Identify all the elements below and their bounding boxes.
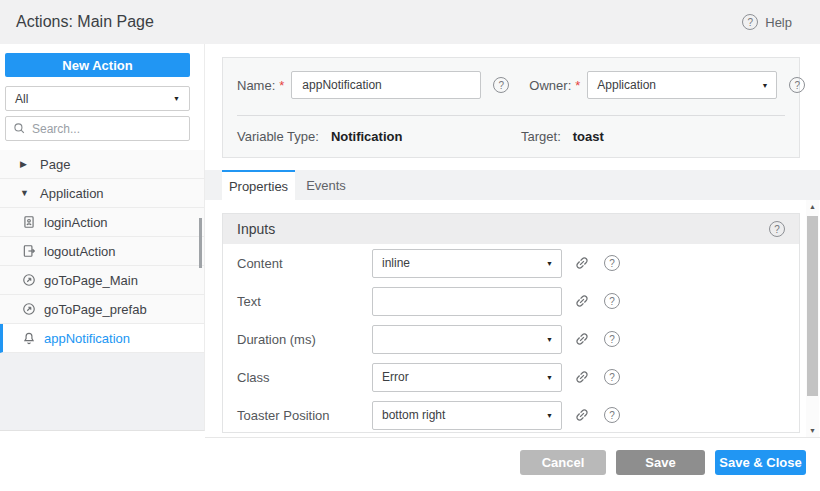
bind-link-icon[interactable] (574, 369, 590, 385)
chevron-down-icon: ▼ (546, 260, 553, 267)
notification-bell-icon (22, 331, 36, 345)
duration-dropdown[interactable]: ▼ (372, 325, 562, 354)
tree-item-goToPage_Main[interactable]: goToPage_Main (0, 266, 204, 295)
property-label: Duration (ms) (237, 332, 372, 347)
new-action-button[interactable]: New Action (5, 53, 190, 77)
required-asterisk: * (279, 78, 284, 93)
new-action-label: New Action (62, 58, 132, 73)
toaster-position-value: bottom right (382, 408, 445, 422)
sidebar-empty-area (0, 353, 204, 430)
save-and-close-button[interactable]: Save & Close (715, 450, 806, 475)
login-icon (22, 215, 36, 229)
tree-item-goToPage_prefab[interactable]: goToPage_prefab (0, 295, 204, 324)
target-label: Target: (521, 129, 561, 144)
variable-type-value: Notification (331, 129, 403, 144)
property-label: Content (237, 256, 372, 271)
class-value: Error (382, 370, 409, 384)
chevron-down-icon: ▼ (761, 82, 768, 89)
tree-group-page[interactable]: ▶ Page (0, 150, 204, 179)
logout-icon (22, 244, 36, 258)
tab-bar: Properties Events (205, 170, 820, 200)
action-details-panel: Name: * ? Owner: * Application ▼ ? Varia… (222, 57, 800, 158)
scroll-down-icon[interactable]: ▼ (806, 427, 819, 434)
help-link[interactable]: ? Help (742, 0, 792, 44)
target-value: toast (573, 129, 604, 144)
chevron-down-icon: ▼ (173, 95, 180, 102)
search-input[interactable] (32, 122, 182, 136)
property-row-class: Class Error ▼ ? (223, 358, 799, 396)
scroll-up-icon[interactable]: ▲ (806, 203, 819, 210)
tab-properties[interactable]: Properties (222, 170, 295, 200)
content-dropdown[interactable]: inline ▼ (372, 249, 562, 278)
filter-value: All (15, 92, 28, 106)
tree-group-label: Application (40, 186, 104, 201)
bind-link-icon[interactable] (574, 293, 590, 309)
text-input[interactable] (372, 287, 562, 316)
chevron-down-icon: ▼ (546, 336, 553, 343)
content-value: inline (382, 256, 410, 270)
tree-group-label: Page (40, 157, 70, 172)
tree-item-label: goToPage_Main (44, 273, 138, 288)
property-label: Toaster Position (237, 408, 372, 423)
help-label: Help (765, 15, 792, 30)
field-help-icon[interactable]: ? (604, 369, 620, 385)
tree-item-label: appNotification (44, 331, 130, 346)
name-input[interactable] (291, 71, 481, 99)
tree-group-application[interactable]: ▼ Application (0, 179, 204, 208)
field-help-icon[interactable]: ? (604, 255, 620, 271)
details-divider (237, 115, 785, 116)
inputs-section-title: Inputs (237, 221, 275, 237)
owner-label: Owner: (529, 78, 571, 93)
goto-page-icon (22, 302, 36, 316)
sidebar-scrollbar-thumb[interactable] (199, 218, 202, 268)
actions-tree: ▶ Page ▼ Application loginAction logoutA… (0, 150, 204, 353)
type-target-row: Variable Type: Notification Target: toas… (237, 122, 785, 150)
inputs-help-icon[interactable]: ? (769, 221, 785, 237)
bind-link-icon[interactable] (574, 331, 590, 347)
property-row-duration: Duration (ms) ▼ ? (223, 320, 799, 358)
tab-label: Events (306, 178, 346, 193)
actions-sidebar: New Action All ▼ ▶ Page ▼ Application lo… (0, 44, 205, 431)
tree-item-label: logoutAction (44, 244, 116, 259)
tree-item-logoutAction[interactable]: logoutAction (0, 237, 204, 266)
field-help-icon[interactable]: ? (604, 293, 620, 309)
tree-item-loginAction[interactable]: loginAction (0, 208, 204, 237)
dialog-title-bar: Actions: Main Page ? Help (0, 0, 820, 44)
toaster-position-dropdown[interactable]: bottom right ▼ (372, 401, 562, 430)
owner-help-icon[interactable]: ? (789, 77, 805, 93)
property-label: Class (237, 370, 372, 385)
tree-item-label: goToPage_prefab (44, 302, 147, 317)
properties-scrollbar[interactable]: ▲ ▼ (806, 200, 819, 437)
property-row-toaster-position: Toaster Position bottom right ▼ ? (223, 396, 799, 434)
tab-label: Properties (229, 179, 288, 194)
name-help-icon[interactable]: ? (493, 77, 509, 93)
cancel-button[interactable]: Cancel (520, 450, 606, 475)
save-button[interactable]: Save (616, 450, 705, 475)
field-help-icon[interactable]: ? (604, 331, 620, 347)
search-icon (13, 122, 26, 135)
property-label: Text (237, 294, 372, 309)
content-bottom-divider (205, 437, 820, 438)
bind-link-icon[interactable] (574, 407, 590, 423)
owner-dropdown[interactable]: Application ▼ (587, 71, 777, 99)
tab-events[interactable]: Events (295, 170, 357, 200)
tree-item-label: loginAction (44, 215, 108, 230)
class-dropdown[interactable]: Error ▼ (372, 363, 562, 392)
required-asterisk: * (575, 78, 580, 93)
search-box[interactable] (5, 116, 190, 141)
field-help-icon[interactable]: ? (604, 407, 620, 423)
bind-link-icon[interactable] (574, 255, 590, 271)
inputs-panel: Inputs ? Content inline ▼ ? Text ? Durat… (222, 213, 800, 433)
variable-type-label: Variable Type: (237, 129, 319, 144)
owner-value: Application (597, 78, 656, 92)
inputs-section-header: Inputs ? (223, 214, 799, 244)
filter-dropdown[interactable]: All ▼ (5, 86, 190, 111)
chevron-down-icon: ▼ (546, 412, 553, 419)
scrollbar-thumb[interactable] (807, 216, 818, 396)
caret-right-icon: ▶ (20, 159, 32, 169)
help-icon: ? (742, 14, 758, 30)
name-owner-row: Name: * ? Owner: * Application ▼ ? (237, 71, 805, 99)
tree-item-appNotification[interactable]: appNotification (0, 324, 204, 353)
chevron-down-icon: ▼ (546, 374, 553, 381)
goto-page-icon (22, 273, 36, 287)
